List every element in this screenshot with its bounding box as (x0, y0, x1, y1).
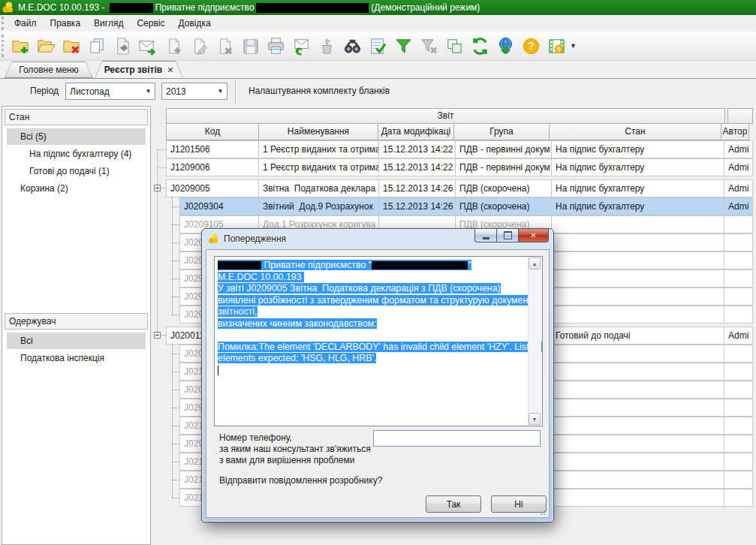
verify-document-button[interactable] (366, 35, 389, 57)
receive-mail-button[interactable] (290, 35, 312, 57)
cell-code[interactable]: J0209005 (166, 179, 259, 197)
close-button[interactable]: ✕ (518, 229, 549, 242)
menu-view[interactable]: Вигляд (87, 17, 130, 30)
table-row[interactable]: J12015061 Реєстр виданих та отрима15.12.… (166, 140, 753, 158)
menu-edit[interactable]: Правка (44, 17, 88, 30)
column-header[interactable]: Код (166, 123, 259, 140)
cell-state[interactable] (552, 288, 724, 306)
cell-date[interactable]: 15.12.2013 14:22 (379, 158, 456, 176)
sidebar-item[interactable]: Всі (5) (7, 128, 146, 145)
filter-button[interactable] (392, 35, 414, 57)
menu-service[interactable]: Сервіс (130, 17, 171, 30)
column-header[interactable]: Стан (549, 123, 721, 140)
update-button[interactable] (494, 35, 517, 57)
clear-filter-button[interactable] (417, 35, 440, 57)
scrollbar[interactable]: ▲ ▼ (528, 257, 541, 425)
cell-author[interactable] (724, 453, 753, 471)
column-header[interactable]: Група (453, 123, 550, 140)
remove-document-button[interactable] (213, 35, 236, 57)
cell-group[interactable]: ПДВ (скорочена) (456, 197, 552, 215)
cell-state[interactable] (552, 471, 724, 489)
cell-author[interactable]: Admi (724, 179, 753, 197)
cell-name[interactable]: Звітна Податкова деклара (259, 179, 379, 197)
print-button[interactable] (264, 35, 287, 57)
cell-author[interactable] (724, 251, 753, 269)
sidebar-item[interactable]: Всі (7, 333, 146, 349)
year-select[interactable]: 2013 ▼ (161, 83, 227, 100)
table-row[interactable]: J0209304Звітний Дод.9 Розрахунок15.12.20… (179, 197, 753, 215)
save-button[interactable] (239, 35, 261, 57)
minimize-button[interactable] (474, 229, 496, 242)
sidebar-item[interactable]: Податкова інспекція (7, 350, 146, 366)
cell-author[interactable] (724, 471, 753, 489)
cell-author[interactable]: Admi (724, 327, 753, 345)
cell-author[interactable] (724, 233, 753, 251)
blanks-settings-link[interactable]: Налаштування комплекту бланків (248, 86, 390, 96)
video-help-button[interactable]: ? (545, 35, 568, 57)
import-document-button[interactable] (111, 35, 134, 57)
cell-state[interactable] (552, 269, 724, 288)
cell-group[interactable]: ПДВ - первинні докум (456, 158, 552, 176)
cell-author[interactable] (724, 269, 753, 288)
cell-author[interactable]: Admi (724, 197, 753, 215)
refresh-button[interactable] (468, 35, 491, 57)
scroll-up-icon[interactable]: ▲ (529, 257, 541, 269)
menu-file[interactable]: Файл (8, 17, 44, 30)
send-mail-button[interactable] (137, 35, 159, 57)
cell-code[interactable]: J1209006 (166, 158, 259, 176)
cell-state[interactable] (552, 399, 724, 417)
edit-document-button[interactable] (188, 35, 210, 57)
close-tab-icon[interactable]: ✕ (167, 65, 173, 75)
cell-author[interactable]: Admi (724, 140, 753, 158)
cell-date[interactable]: 15.12.2013 14:22 (379, 140, 456, 158)
cell-date[interactable]: 15.12.2013 14:26 (379, 179, 456, 197)
cell-author[interactable] (724, 306, 753, 324)
toolbar-dropdown-icon[interactable]: ▼ (570, 42, 577, 50)
sidebar-item[interactable]: Готові до подачі (1) (7, 163, 146, 179)
cell-author[interactable] (724, 215, 753, 233)
delete-report-button[interactable] (60, 35, 83, 57)
cell-state[interactable]: На підпис бухгалтеру (552, 140, 724, 158)
no-button[interactable]: Ні (491, 495, 547, 513)
cell-author[interactable] (724, 489, 753, 507)
sidebar-item[interactable]: Корзина (2) (7, 180, 146, 197)
yes-button[interactable]: Так (426, 495, 481, 513)
cell-state[interactable] (552, 233, 724, 251)
trash-button[interactable] (315, 35, 338, 57)
column-header[interactable]: Найменування (258, 123, 378, 140)
column-header[interactable]: Дата модифікаці (378, 123, 454, 140)
cell-date[interactable]: 15.12.2013 14:26 (379, 197, 456, 215)
cell-author[interactable] (724, 417, 753, 435)
tab-main-menu[interactable]: Головне меню (5, 62, 93, 78)
cell-code[interactable]: J1201506 (166, 140, 259, 158)
table-row[interactable]: J12090061 Реєстр виданих та отрима15.12.… (166, 158, 753, 176)
cell-author[interactable] (724, 288, 753, 306)
cell-state[interactable] (552, 215, 724, 233)
cell-state[interactable] (552, 345, 724, 363)
phone-input[interactable] (373, 430, 541, 447)
cell-name[interactable]: 1 Реєстр виданих та отрима (259, 140, 379, 158)
cell-author[interactable] (724, 399, 753, 417)
cell-code[interactable]: J0209304 (179, 197, 259, 215)
warning-message-box[interactable]: Приватне підприємство ""M.E.DOC 10.00.19… (214, 256, 543, 426)
cell-state[interactable] (552, 417, 724, 435)
cell-state[interactable] (552, 435, 724, 453)
sidebar-item[interactable]: На підпис бухгалтеру (4) (7, 146, 146, 162)
cell-state[interactable]: На підпис бухгалтеру (552, 179, 724, 197)
scroll-down-icon[interactable]: ▼ (529, 413, 541, 425)
cell-author[interactable]: Admi (724, 158, 753, 176)
menu-help[interactable]: Довідка (171, 17, 217, 30)
column-header[interactable]: Автор (721, 123, 749, 140)
month-select[interactable]: Листопад ▼ (65, 83, 155, 100)
cell-author[interactable] (724, 435, 753, 453)
copy-button[interactable] (86, 35, 108, 57)
cell-state[interactable] (552, 306, 724, 324)
cell-state[interactable] (552, 489, 724, 507)
cell-group[interactable]: ПДВ - первинні докум (456, 140, 552, 158)
search-button[interactable] (341, 35, 363, 57)
cell-state[interactable]: На підпис бухгалтеру (552, 158, 724, 176)
cell-state[interactable]: На підпис бухгалтеру (552, 197, 724, 215)
cell-state[interactable] (552, 381, 724, 399)
copy-to-button[interactable] (443, 35, 465, 57)
open-report-button[interactable] (35, 35, 57, 57)
